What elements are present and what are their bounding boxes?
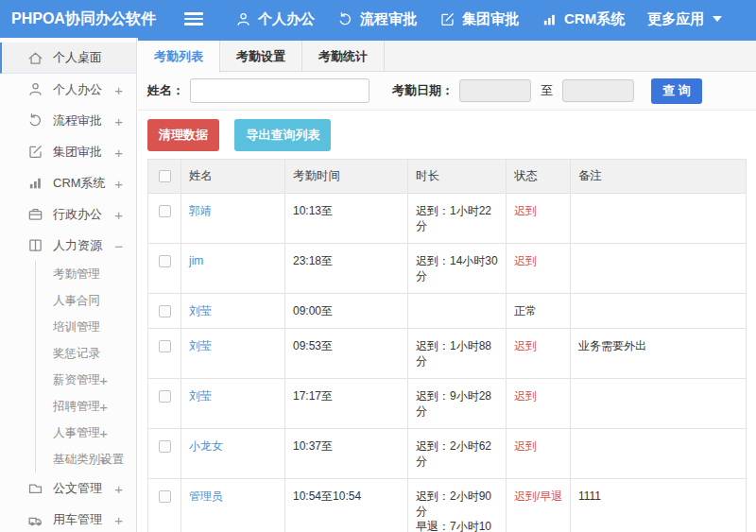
name-cell: 管理员 — [181, 479, 285, 532]
sidebar-item[interactable]: 流程审批+ — [0, 105, 136, 136]
status-cell: 迟到 — [507, 244, 571, 294]
sidebar: 个人桌面个人办公+流程审批+集团审批+CRM系统+行政办公+人力资源−考勤管理人… — [0, 38, 137, 532]
row-checkbox[interactable] — [159, 305, 171, 317]
row-checkbox[interactable] — [159, 340, 171, 352]
employee-name-link[interactable]: 刘莹 — [189, 304, 212, 317]
expand-toggle[interactable]: + — [99, 372, 108, 388]
time-cell: 10:54至10:54 — [285, 479, 408, 532]
sidebar-subitem[interactable]: 人事管理+ — [36, 420, 136, 446]
employee-name-link[interactable]: jim — [189, 254, 203, 267]
sidebar-subitem[interactable]: 基础类别设置+ — [36, 446, 136, 472]
row-checkbox[interactable] — [159, 205, 171, 217]
sidebar-item[interactable]: 人力资源− — [0, 230, 136, 261]
sidebar-item[interactable]: 个人办公+ — [0, 74, 136, 105]
status-badge: 正常 — [514, 304, 537, 317]
employee-name-link[interactable]: 刘莹 — [189, 339, 212, 352]
top-nav: 个人办公 流程审批 集团审批 CRM系统 更多应用 — [235, 10, 722, 28]
col-duration: 时长 — [408, 160, 507, 194]
date-from-input[interactable] — [459, 79, 531, 102]
expand-toggle[interactable]: + — [114, 81, 123, 97]
time-cell: 10:37至 — [285, 429, 408, 479]
menu-toggle-icon[interactable] — [184, 12, 203, 26]
expand-toggle[interactable]: + — [114, 175, 123, 191]
caret-down-icon — [713, 16, 722, 22]
remark-cell: 1111 — [571, 479, 747, 532]
employee-name-link[interactable]: 管理员 — [189, 489, 223, 503]
sidebar-subitem[interactable]: 奖惩记录 — [36, 340, 136, 367]
search-button[interactable]: 查 询 — [651, 78, 702, 104]
sidebar-item-label: 公文管理 — [53, 480, 102, 497]
tab-attendance-stats[interactable]: 考勤统计 — [302, 41, 385, 72]
name-cell: 刘莹 — [181, 329, 285, 379]
sidebar-subitem[interactable]: 培训管理 — [36, 314, 136, 340]
nav-label: 集团审批 — [462, 10, 519, 28]
name-cell: 刘莹 — [181, 294, 285, 329]
clear-data-button[interactable]: 清理数据 — [147, 119, 219, 151]
tab-attendance-list[interactable]: 考勤列表 — [138, 41, 220, 73]
name-input[interactable] — [190, 78, 369, 103]
duration-cell: 迟到：1小时22分 — [408, 194, 507, 244]
sidebar-item-label: 行政办公 — [53, 206, 102, 223]
sidebar-item-label: CRM系统 — [53, 175, 106, 192]
status-cell: 迟到 — [507, 194, 571, 244]
sidebar-item[interactable]: 公文管理+ — [0, 472, 136, 504]
sidebar-item[interactable]: CRM系统+ — [0, 167, 136, 198]
date-to-input[interactable] — [562, 79, 634, 102]
nav-group-approval[interactable]: 集团审批 — [439, 10, 519, 28]
edit-icon — [27, 144, 43, 160]
row-checkbox[interactable] — [159, 390, 171, 403]
checkbox-cell — [148, 429, 181, 479]
nav-more-apps[interactable]: 更多应用 — [647, 10, 722, 28]
date-to-label: 至 — [541, 82, 553, 99]
sidebar-subitem-label: 基础类别设置 — [53, 452, 124, 468]
expand-toggle[interactable]: + — [99, 452, 108, 468]
export-list-button[interactable]: 导出查询列表 — [234, 119, 331, 151]
sidebar-item[interactable]: 用车管理+ — [0, 504, 136, 532]
nav-label: 更多应用 — [647, 10, 704, 28]
sidebar-subitem-label: 奖惩记录 — [53, 346, 100, 362]
status-cell: 迟到 — [507, 429, 571, 479]
row-checkbox[interactable] — [159, 440, 171, 453]
nav-workflow-approval[interactable]: 流程审批 — [337, 10, 417, 28]
tab-attendance-settings[interactable]: 考勤设置 — [220, 41, 302, 72]
sidebar-item-label: 人力资源 — [53, 237, 102, 254]
employee-name-link[interactable]: 刘莹 — [189, 389, 212, 403]
sidebar-subitem[interactable]: 考勤管理 — [36, 261, 136, 287]
sidebar-subitem[interactable]: 人事合同 — [36, 287, 136, 314]
nav-label: CRM系统 — [564, 10, 625, 28]
chart-icon — [27, 175, 43, 191]
expand-toggle[interactable]: + — [114, 112, 123, 129]
remark-cell: 业务需要外出 — [571, 329, 747, 379]
sidebar-subitem-label: 培训管理 — [53, 319, 100, 335]
expand-toggle[interactable]: + — [114, 511, 123, 527]
duration-cell — [408, 294, 507, 329]
sidebar-item[interactable]: 个人桌面 — [0, 43, 136, 74]
expand-toggle[interactable]: + — [99, 425, 108, 441]
sidebar-item[interactable]: 集团审批+ — [0, 136, 136, 167]
name-cell: 刘莹 — [181, 379, 285, 429]
name-cell: 小龙女 — [181, 429, 285, 479]
sidebar-subitem[interactable]: 薪资管理+ — [36, 367, 136, 393]
time-cell: 09:00至 — [285, 294, 408, 329]
row-checkbox[interactable] — [159, 490, 171, 503]
status-badge: 迟到 — [514, 389, 537, 403]
expand-toggle[interactable]: + — [114, 480, 123, 496]
nav-personal-office[interactable]: 个人办公 — [235, 10, 315, 28]
table-header-row: 姓名 考勤时间 时长 状态 备注 — [148, 160, 747, 194]
expand-toggle[interactable]: + — [114, 206, 123, 222]
briefcase-icon — [27, 206, 43, 222]
expand-toggle[interactable]: + — [114, 144, 123, 160]
sidebar-item[interactable]: 行政办公+ — [0, 198, 136, 230]
process-icon — [337, 11, 353, 27]
expand-toggle[interactable]: + — [99, 399, 108, 415]
select-all-checkbox[interactable] — [159, 170, 171, 182]
employee-name-link[interactable]: 郭靖 — [189, 204, 212, 217]
sidebar-subitem[interactable]: 招聘管理+ — [36, 393, 136, 420]
row-checkbox[interactable] — [159, 255, 171, 267]
expand-toggle[interactable]: − — [114, 237, 123, 253]
nav-crm-system[interactable]: CRM系统 — [541, 10, 625, 28]
employee-name-link[interactable]: 小龙女 — [189, 439, 223, 453]
time-cell: 09:53至 — [285, 329, 408, 379]
sidebar-item-label: 集团审批 — [53, 144, 102, 161]
remark-cell — [571, 429, 747, 479]
